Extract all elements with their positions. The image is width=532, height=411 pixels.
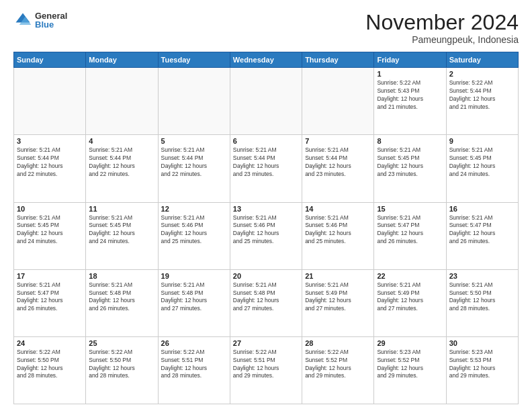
day-number: 26: [161, 339, 227, 347]
calendar-cell: 9Sunrise: 5:21 AM Sunset: 5:45 PM Daylig…: [446, 135, 518, 202]
header-saturday: Saturday: [446, 52, 518, 68]
day-info: Sunrise: 5:22 AM Sunset: 5:51 PM Dayligh…: [233, 349, 299, 381]
day-info: Sunrise: 5:21 AM Sunset: 5:45 PM Dayligh…: [17, 214, 83, 246]
day-number: 18: [89, 272, 154, 280]
day-number: 7: [305, 137, 371, 145]
calendar-cell: 17Sunrise: 5:21 AM Sunset: 5:47 PM Dayli…: [14, 269, 86, 336]
day-number: 16: [449, 205, 515, 213]
calendar-cell: 14Sunrise: 5:21 AM Sunset: 5:46 PM Dayli…: [302, 202, 374, 269]
calendar-cell: [230, 68, 302, 135]
logo-text: General Blue: [35, 11, 67, 29]
day-number: 24: [17, 339, 83, 347]
day-info: Sunrise: 5:21 AM Sunset: 5:46 PM Dayligh…: [305, 214, 371, 246]
day-info: Sunrise: 5:21 AM Sunset: 5:44 PM Dayligh…: [17, 146, 83, 179]
day-info: Sunrise: 5:22 AM Sunset: 5:51 PM Dayligh…: [161, 349, 227, 381]
calendar-cell: 21Sunrise: 5:21 AM Sunset: 5:49 PM Dayli…: [302, 269, 374, 336]
weekday-header-row: Sunday Monday Tuesday Wednesday Thursday…: [14, 52, 519, 68]
day-number: 4: [89, 137, 154, 145]
calendar-cell: [302, 68, 374, 135]
day-number: 5: [161, 137, 227, 145]
calendar-cell: [158, 68, 230, 135]
day-info: Sunrise: 5:21 AM Sunset: 5:47 PM Dayligh…: [377, 214, 443, 246]
day-number: 6: [233, 137, 299, 145]
day-number: 1: [377, 70, 443, 78]
logo-icon: [13, 11, 32, 30]
calendar-cell: 18Sunrise: 5:21 AM Sunset: 5:48 PM Dayli…: [86, 269, 158, 336]
week-row-2: 3Sunrise: 5:21 AM Sunset: 5:44 PM Daylig…: [14, 135, 519, 202]
day-number: 2: [449, 70, 515, 78]
header-sunday: Sunday: [14, 52, 86, 68]
day-info: Sunrise: 5:21 AM Sunset: 5:44 PM Dayligh…: [161, 146, 227, 179]
day-info: Sunrise: 5:22 AM Sunset: 5:52 PM Dayligh…: [305, 349, 371, 381]
day-info: Sunrise: 5:21 AM Sunset: 5:49 PM Dayligh…: [377, 281, 443, 314]
calendar-cell: 30Sunrise: 5:23 AM Sunset: 5:53 PM Dayli…: [446, 336, 518, 404]
calendar-cell: 10Sunrise: 5:21 AM Sunset: 5:45 PM Dayli…: [14, 202, 86, 269]
calendar-cell: 11Sunrise: 5:21 AM Sunset: 5:45 PM Dayli…: [86, 202, 158, 269]
header-thursday: Thursday: [302, 52, 374, 68]
day-number: 28: [305, 339, 371, 347]
day-number: 14: [305, 205, 371, 213]
week-row-1: 1Sunrise: 5:22 AM Sunset: 5:43 PM Daylig…: [14, 68, 519, 135]
calendar-cell: [14, 68, 86, 135]
calendar-cell: 12Sunrise: 5:21 AM Sunset: 5:46 PM Dayli…: [158, 202, 230, 269]
day-number: 29: [377, 339, 443, 347]
header: General Blue November 2024 Pameungpeuk, …: [13, 11, 519, 45]
calendar-cell: 25Sunrise: 5:22 AM Sunset: 5:50 PM Dayli…: [86, 336, 158, 404]
day-info: Sunrise: 5:21 AM Sunset: 5:48 PM Dayligh…: [89, 281, 154, 314]
day-info: Sunrise: 5:22 AM Sunset: 5:50 PM Dayligh…: [89, 349, 154, 381]
calendar-cell: 19Sunrise: 5:21 AM Sunset: 5:48 PM Dayli…: [158, 269, 230, 336]
calendar-cell: 5Sunrise: 5:21 AM Sunset: 5:44 PM Daylig…: [158, 135, 230, 202]
calendar-cell: 23Sunrise: 5:21 AM Sunset: 5:50 PM Dayli…: [446, 269, 518, 336]
day-info: Sunrise: 5:22 AM Sunset: 5:44 PM Dayligh…: [449, 79, 515, 111]
day-number: 17: [17, 272, 83, 280]
calendar-cell: 26Sunrise: 5:22 AM Sunset: 5:51 PM Dayli…: [158, 336, 230, 404]
day-info: Sunrise: 5:21 AM Sunset: 5:48 PM Dayligh…: [233, 281, 299, 314]
day-info: Sunrise: 5:21 AM Sunset: 5:44 PM Dayligh…: [305, 146, 371, 179]
calendar-cell: 6Sunrise: 5:21 AM Sunset: 5:44 PM Daylig…: [230, 135, 302, 202]
calendar-cell: 1Sunrise: 5:22 AM Sunset: 5:43 PM Daylig…: [374, 68, 446, 135]
day-info: Sunrise: 5:23 AM Sunset: 5:53 PM Dayligh…: [449, 349, 515, 381]
day-number: 12: [161, 205, 227, 213]
calendar-cell: 16Sunrise: 5:21 AM Sunset: 5:47 PM Dayli…: [446, 202, 518, 269]
day-info: Sunrise: 5:21 AM Sunset: 5:45 PM Dayligh…: [377, 146, 443, 179]
day-info: Sunrise: 5:21 AM Sunset: 5:45 PM Dayligh…: [89, 214, 154, 246]
day-info: Sunrise: 5:21 AM Sunset: 5:50 PM Dayligh…: [449, 281, 515, 314]
day-info: Sunrise: 5:21 AM Sunset: 5:45 PM Dayligh…: [449, 146, 515, 179]
page: General Blue November 2024 Pameungpeuk, …: [0, 0, 532, 411]
calendar-cell: 13Sunrise: 5:21 AM Sunset: 5:46 PM Dayli…: [230, 202, 302, 269]
day-info: Sunrise: 5:21 AM Sunset: 5:44 PM Dayligh…: [233, 146, 299, 179]
day-number: 23: [449, 272, 515, 280]
week-row-4: 17Sunrise: 5:21 AM Sunset: 5:47 PM Dayli…: [14, 269, 519, 336]
day-info: Sunrise: 5:22 AM Sunset: 5:50 PM Dayligh…: [17, 349, 83, 381]
location: Pameungpeuk, Indonesia: [365, 34, 519, 45]
calendar-cell: 29Sunrise: 5:23 AM Sunset: 5:52 PM Dayli…: [374, 336, 446, 404]
month-year: November 2024: [365, 11, 519, 34]
day-number: 25: [89, 339, 154, 347]
day-info: Sunrise: 5:21 AM Sunset: 5:49 PM Dayligh…: [305, 281, 371, 314]
calendar-cell: 27Sunrise: 5:22 AM Sunset: 5:51 PM Dayli…: [230, 336, 302, 404]
day-info: Sunrise: 5:23 AM Sunset: 5:52 PM Dayligh…: [377, 349, 443, 381]
calendar-cell: [86, 68, 158, 135]
day-number: 11: [89, 205, 154, 213]
logo-blue-text: Blue: [35, 20, 67, 29]
calendar-cell: 15Sunrise: 5:21 AM Sunset: 5:47 PM Dayli…: [374, 202, 446, 269]
header-friday: Friday: [374, 52, 446, 68]
day-info: Sunrise: 5:21 AM Sunset: 5:48 PM Dayligh…: [161, 281, 227, 314]
day-number: 20: [233, 272, 299, 280]
week-row-3: 10Sunrise: 5:21 AM Sunset: 5:45 PM Dayli…: [14, 202, 519, 269]
day-number: 10: [17, 205, 83, 213]
calendar-cell: 22Sunrise: 5:21 AM Sunset: 5:49 PM Dayli…: [374, 269, 446, 336]
calendar-cell: 8Sunrise: 5:21 AM Sunset: 5:45 PM Daylig…: [374, 135, 446, 202]
day-number: 3: [17, 137, 83, 145]
day-number: 9: [449, 137, 515, 145]
week-row-5: 24Sunrise: 5:22 AM Sunset: 5:50 PM Dayli…: [14, 336, 519, 404]
calendar-table: Sunday Monday Tuesday Wednesday Thursday…: [13, 52, 519, 404]
calendar-cell: 24Sunrise: 5:22 AM Sunset: 5:50 PM Dayli…: [14, 336, 86, 404]
day-info: Sunrise: 5:22 AM Sunset: 5:43 PM Dayligh…: [377, 79, 443, 111]
day-number: 21: [305, 272, 371, 280]
day-number: 30: [449, 339, 515, 347]
title-block: November 2024 Pameungpeuk, Indonesia: [365, 11, 519, 45]
day-info: Sunrise: 5:21 AM Sunset: 5:47 PM Dayligh…: [449, 214, 515, 246]
day-number: 27: [233, 339, 299, 347]
header-wednesday: Wednesday: [230, 52, 302, 68]
